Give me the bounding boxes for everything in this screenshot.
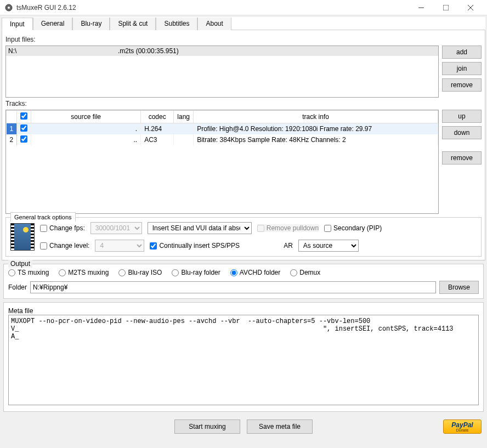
tab-general[interactable]: General [33,18,73,30]
col-num [7,111,17,123]
file-name: N:\ [8,47,118,55]
col-lang[interactable]: lang [174,111,194,123]
output-group: Output TS muxing M2TS muxing Blu-ray ISO… [3,264,484,299]
join-button[interactable]: join [442,62,482,75]
col-check[interactable] [17,111,31,123]
start-muxing-button[interactable]: Start muxing [174,419,240,434]
col-source[interactable]: source file [31,111,141,123]
radio-ts-muxing[interactable]: TS muxing [8,269,49,276]
remove-file-button[interactable]: remove [442,78,482,92]
paypal-donate-button[interactable]: PayPal Donate [443,419,482,434]
change-fps-checkbox[interactable]: Change fps: [40,224,85,232]
tab-bluray[interactable]: Blu-ray [72,18,110,30]
general-track-options: General track options Change fps: 30000/… [5,217,482,257]
track-checkbox[interactable] [20,124,27,132]
bottom-bar: Start muxing Save meta file PayPal Donat… [0,415,487,438]
input-files-label: Input files: [5,36,482,43]
meta-file-group: Meta file [3,302,484,412]
down-button[interactable]: down [442,126,482,139]
table-row[interactable]: 2 .. AC3 Bitrate: 384Kbps Sample Rate: 4… [7,134,438,145]
radio-bluray-iso[interactable]: Blu-ray ISO [118,269,162,276]
output-legend: Output [8,260,32,268]
remove-pulldown-checkbox: Remove pulldown [257,224,319,232]
app-icon [4,3,13,12]
remove-track-button[interactable]: remove [442,151,482,165]
minimize-button[interactable] [409,0,433,15]
maximize-button[interactable] [433,0,458,15]
col-codec[interactable]: codec [141,111,174,123]
radio-m2ts-muxing[interactable]: M2TS muxing [59,269,109,276]
output-radios: TS muxing M2TS muxing Blu-ray ISO Blu-ra… [8,269,479,276]
folder-input[interactable] [30,281,436,293]
tab-subtitles[interactable]: Subtitles [156,18,197,30]
gto-legend: General track options [10,212,76,222]
track-codec: H.264 [141,123,174,135]
svg-rect-3 [443,5,449,10]
ar-select[interactable]: As source [298,240,359,252]
row-num: 1 [7,123,17,135]
track-lang [174,123,194,135]
meta-file-textarea[interactable] [8,315,479,405]
add-button[interactable]: add [442,46,482,59]
track-info: Bitrate: 384Kbps Sample Rate: 48KHz Chan… [194,134,438,145]
track-info: Profile: High@4.0 Resolution: 1920:1080i… [194,123,438,135]
fps-select: 30000/1001 [90,222,142,234]
cont-spspps-checkbox[interactable]: Continually insert SPS/PPS [150,242,240,249]
track-source: . [31,123,141,135]
up-button[interactable]: up [442,110,482,123]
input-files-list[interactable]: N:\ .m2ts (00:00:35.951) [5,46,439,98]
check-all[interactable] [20,112,27,120]
svg-point-1 [8,7,10,9]
tab-split[interactable]: Split & cut [110,18,156,30]
tab-content-input: Input files: N:\ .m2ts (00:00:35.951) ad… [2,30,485,260]
tab-input[interactable]: Input [2,18,33,30]
meta-file-legend: Meta file [8,307,479,315]
window-title: tsMuxeR GUI 2.6.12 [16,4,409,12]
track-codec: AC3 [141,134,174,145]
table-row[interactable]: 1 . H.264 Profile: High@4.0 Resolution: … [7,123,438,135]
main-tabs: Input General Blu-ray Split & cut Subtit… [2,17,485,30]
titlebar: tsMuxeR GUI 2.6.12 [0,0,487,15]
browse-button[interactable]: Browse [439,281,479,294]
col-info[interactable]: track info [194,111,438,123]
radio-demux[interactable]: Demux [290,269,320,276]
secondary-pip-checkbox[interactable]: Secondary (PIP) [324,224,382,232]
donate-label: Donate [456,428,469,432]
radio-avchd-folder[interactable]: AVCHD folder [230,269,280,276]
save-meta-file-button[interactable]: Save meta file [247,419,313,434]
ar-label: AR [284,242,293,249]
track-source: .. [31,134,141,145]
tab-about[interactable]: About [197,18,231,30]
sei-select[interactable]: Insert SEI and VUI data if absent [148,222,252,234]
video-thumb-icon [10,223,35,251]
tracks-label: Tracks: [5,100,482,107]
level-select: 4 [95,240,144,252]
tracks-table[interactable]: source file codec lang track info 1 . H.… [5,110,439,214]
input-file-row[interactable]: N:\ .m2ts (00:00:35.951) [6,46,438,56]
row-num: 2 [7,134,17,145]
folder-label: Folder [8,283,27,291]
paypal-label: PayPal [451,422,473,428]
file-info: .m2ts (00:00:35.951) [118,47,436,55]
change-level-checkbox[interactable]: Change level: [40,242,89,249]
close-button[interactable] [458,0,483,15]
track-lang [174,134,194,145]
radio-bluray-folder[interactable]: Blu-ray folder [172,269,220,276]
track-checkbox[interactable] [20,135,27,143]
